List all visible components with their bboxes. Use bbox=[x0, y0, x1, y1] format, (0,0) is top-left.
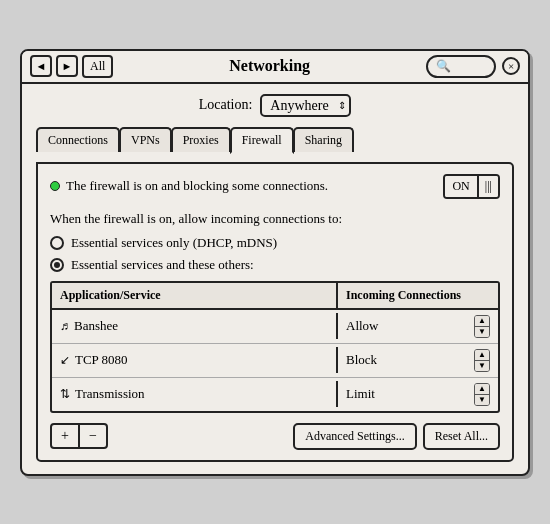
firewall-status-text: The firewall is on and blocking some con… bbox=[50, 178, 328, 194]
search-input[interactable] bbox=[426, 55, 496, 78]
radio-essential-others[interactable]: Essential services and these others: bbox=[50, 257, 500, 273]
title-bar: ◄ ► All Networking × bbox=[22, 51, 528, 84]
banshee-name: Banshee bbox=[74, 318, 118, 334]
app-cell-banshee: ♬ Banshee bbox=[52, 313, 338, 339]
advanced-settings-button[interactable]: Advanced Settings... bbox=[293, 423, 416, 450]
col-app-header: Application/Service bbox=[52, 283, 338, 308]
location-label: Location: bbox=[199, 97, 253, 113]
system-settings-window: ◄ ► All Networking × Location: Anywhere … bbox=[20, 49, 530, 476]
stepper-down-icon[interactable]: ▼ bbox=[475, 395, 489, 405]
tabs-bar: Connections VPNs Proxies Firewall Sharin… bbox=[36, 127, 514, 152]
location-select-wrapper: Anywhere bbox=[260, 94, 351, 117]
bottom-bar: + − Advanced Settings... Reset All... bbox=[50, 423, 500, 450]
radio-essential-label: Essential services only (DHCP, mDNS) bbox=[71, 235, 277, 251]
bottom-right-buttons: Advanced Settings... Reset All... bbox=[293, 423, 500, 450]
radio-essential-circle bbox=[50, 236, 64, 250]
reset-all-button[interactable]: Reset All... bbox=[423, 423, 500, 450]
stepper-up-icon[interactable]: ▲ bbox=[475, 384, 489, 395]
app-cell-transmission: ⇅ Transmission bbox=[52, 381, 338, 407]
banshee-icon: ♬ bbox=[60, 319, 69, 334]
tcp-name: TCP 8080 bbox=[75, 352, 128, 368]
table-row: ⇅ Transmission Limit ▲ ▼ bbox=[52, 378, 498, 411]
nav-all-button[interactable]: All bbox=[82, 55, 113, 78]
stepper-up-icon[interactable]: ▲ bbox=[475, 350, 489, 361]
add-button[interactable]: + bbox=[50, 423, 79, 449]
conn-cell-banshee: Allow ▲ ▼ bbox=[338, 310, 498, 343]
nav-forward-button[interactable]: ► bbox=[56, 55, 78, 77]
tcp-stepper[interactable]: ▲ ▼ bbox=[474, 349, 490, 372]
location-select[interactable]: Anywhere bbox=[260, 94, 351, 117]
col-conn-header: Incoming Connections bbox=[338, 283, 498, 308]
toggle-on-label: ON bbox=[445, 176, 478, 197]
conn-cell-transmission: Limit ▲ ▼ bbox=[338, 378, 498, 411]
services-table: Application/Service Incoming Connections… bbox=[50, 281, 500, 413]
radio-essential-only[interactable]: Essential services only (DHCP, mDNS) bbox=[50, 235, 500, 251]
firewall-status-label: The firewall is on and blocking some con… bbox=[66, 178, 328, 194]
firewall-toggle[interactable]: ON ||| bbox=[443, 174, 500, 199]
close-button[interactable]: × bbox=[502, 57, 520, 75]
tab-proxies[interactable]: Proxies bbox=[171, 127, 231, 152]
tab-firewall[interactable]: Firewall bbox=[230, 127, 294, 154]
title-bar-right: × bbox=[426, 55, 520, 78]
window-body: Location: Anywhere Connections VPNs Prox… bbox=[22, 84, 528, 474]
table-header: Application/Service Incoming Connections bbox=[52, 283, 498, 310]
banshee-stepper[interactable]: ▲ ▼ bbox=[474, 315, 490, 338]
app-cell-tcp: ↙ TCP 8080 bbox=[52, 347, 338, 373]
table-row: ↙ TCP 8080 Block ▲ ▼ bbox=[52, 344, 498, 378]
transmission-stepper[interactable]: ▲ ▼ bbox=[474, 383, 490, 406]
conn-cell-tcp: Block ▲ ▼ bbox=[338, 344, 498, 377]
radio-others-label: Essential services and these others: bbox=[71, 257, 254, 273]
tcp-icon: ↙ bbox=[60, 353, 70, 368]
location-row: Location: Anywhere bbox=[36, 94, 514, 117]
radio-others-circle bbox=[50, 258, 64, 272]
stepper-up-icon[interactable]: ▲ bbox=[475, 316, 489, 327]
firewall-status-row: The firewall is on and blocking some con… bbox=[50, 174, 500, 199]
table-row: ♬ Banshee Allow ▲ ▼ bbox=[52, 310, 498, 344]
stepper-down-icon[interactable]: ▼ bbox=[475, 327, 489, 337]
banshee-connection: Allow bbox=[346, 318, 379, 334]
transmission-icon: ⇅ bbox=[60, 387, 70, 402]
tab-connections[interactable]: Connections bbox=[36, 127, 120, 152]
window-title: Networking bbox=[113, 57, 426, 75]
tcp-connection: Block bbox=[346, 352, 377, 368]
remove-button[interactable]: − bbox=[79, 423, 108, 449]
nav-back-button[interactable]: ◄ bbox=[30, 55, 52, 77]
add-remove-group: + − bbox=[50, 423, 108, 449]
incoming-connections-label: When the firewall is on, allow incoming … bbox=[50, 211, 500, 227]
tab-vpns[interactable]: VPNs bbox=[119, 127, 172, 152]
firewall-tab-content: The firewall is on and blocking some con… bbox=[36, 162, 514, 462]
transmission-connection: Limit bbox=[346, 386, 375, 402]
title-bar-left: ◄ ► All bbox=[30, 55, 113, 78]
stepper-down-icon[interactable]: ▼ bbox=[475, 361, 489, 371]
tab-sharing[interactable]: Sharing bbox=[293, 127, 354, 152]
firewall-status-dot bbox=[50, 181, 60, 191]
toggle-settings-icon[interactable]: ||| bbox=[479, 176, 498, 197]
transmission-name: Transmission bbox=[75, 386, 145, 402]
